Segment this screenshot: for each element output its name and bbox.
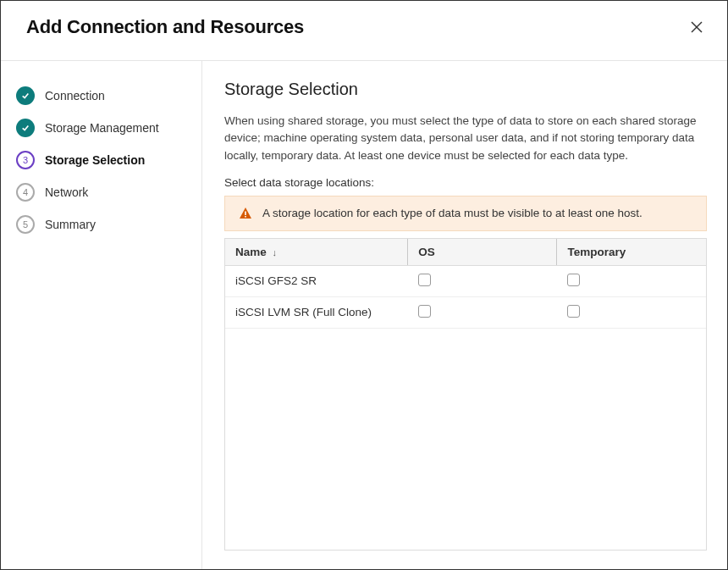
- cell-name: iSCSI GFS2 SR: [225, 265, 408, 296]
- warning-alert: A storage location for each type of data…: [224, 196, 707, 231]
- step-number-badge: 3: [16, 151, 35, 169]
- svg-rect-3: [245, 216, 246, 218]
- page-title: Storage Selection: [224, 80, 707, 99]
- column-header-os[interactable]: OS: [408, 239, 557, 266]
- cell-temporary: [557, 296, 706, 328]
- main-panel: Storage Selection When using shared stor…: [202, 61, 727, 569]
- step-storage-management[interactable]: Storage Management: [16, 112, 188, 144]
- dialog-title: Add Connection and Resources: [26, 16, 304, 38]
- close-button[interactable]: [687, 17, 707, 37]
- step-summary[interactable]: 5 Summary: [16, 208, 188, 241]
- select-locations-label: Select data storage locations:: [224, 176, 707, 189]
- step-network[interactable]: 4 Network: [16, 176, 188, 208]
- step-label: Storage Selection: [45, 153, 145, 167]
- os-checkbox[interactable]: [418, 305, 431, 318]
- step-connection[interactable]: Connection: [16, 80, 188, 112]
- warning-text: A storage location for each type of data…: [262, 207, 643, 219]
- step-label: Network: [45, 185, 88, 199]
- cell-os: [408, 296, 557, 328]
- svg-rect-2: [245, 211, 246, 215]
- cell-temporary: [557, 265, 706, 296]
- table-empty-area: [225, 329, 706, 550]
- storage-table: Name ↓ OS Temporary: [224, 238, 707, 551]
- dialog-window: Add Connection and Resources Connection …: [0, 0, 728, 570]
- table-header-row: Name ↓ OS Temporary: [225, 239, 706, 266]
- close-icon: [690, 20, 703, 34]
- temporary-checkbox[interactable]: [567, 274, 580, 286]
- step-number-badge: 5: [16, 215, 35, 234]
- step-label: Summary: [45, 218, 96, 231]
- column-header-name[interactable]: Name ↓: [225, 239, 408, 266]
- temporary-checkbox[interactable]: [567, 305, 580, 318]
- page-description: When using shared storage, you must sele…: [224, 113, 707, 164]
- cell-os: [408, 265, 557, 296]
- wizard-sidebar: Connection Storage Management 3 Storage …: [1, 61, 202, 569]
- cell-name: iSCSI LVM SR (Full Clone): [225, 296, 408, 328]
- checkmark-icon: [16, 119, 35, 137]
- step-storage-selection[interactable]: 3 Storage Selection: [16, 144, 188, 176]
- sort-arrow-down-icon: ↓: [273, 247, 278, 257]
- step-label: Storage Management: [45, 121, 159, 135]
- column-header-temporary[interactable]: Temporary: [557, 239, 706, 266]
- dialog-body: Connection Storage Management 3 Storage …: [1, 61, 727, 569]
- table-row: iSCSI GFS2 SR: [225, 265, 706, 296]
- checkmark-icon: [16, 86, 35, 105]
- os-checkbox[interactable]: [418, 274, 431, 286]
- step-label: Connection: [45, 89, 105, 102]
- dialog-header: Add Connection and Resources: [1, 1, 727, 61]
- table-row: iSCSI LVM SR (Full Clone): [225, 296, 706, 328]
- step-number-badge: 4: [16, 183, 35, 202]
- warning-icon: [239, 207, 252, 220]
